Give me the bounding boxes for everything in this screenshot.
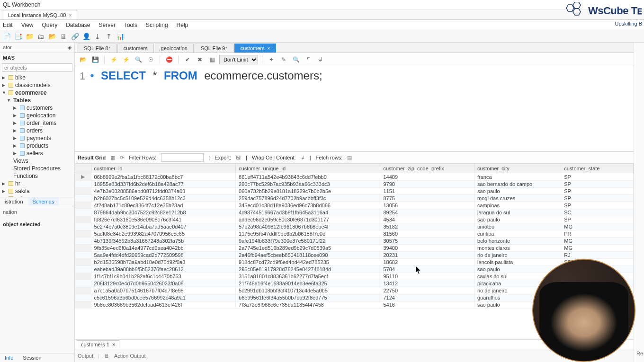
cell[interactable]: 39400 — [380, 245, 474, 252]
schema-node[interactable]: Views — [0, 157, 74, 165]
explain-icon[interactable]: 🔍 — [133, 54, 143, 65]
cell[interactable]: c5c61596a3b6bd0cee5766992c48a9a1 — [91, 294, 235, 301]
table-row[interactable]: 4e7b3e00288586ebd08712fdd0374a03060e732b… — [75, 188, 634, 195]
cell[interactable]: 5704 — [380, 266, 474, 273]
cell[interactable]: SP — [561, 195, 634, 202]
cell[interactable]: 20231 — [380, 252, 474, 259]
schema-node[interactable]: ▶sellers — [0, 150, 74, 157]
result-grid-icon[interactable]: ▦ — [110, 155, 115, 161]
schema-node[interactable]: ▶customers — [0, 104, 74, 112]
tree-arrow-icon[interactable]: ▼ — [2, 90, 7, 95]
table-row[interactable]: 18955e83d337fd6b2def6b18a428ac77290c77bc… — [75, 181, 634, 188]
cell[interactable]: 060e732b5b29e8181a18229c7b0b2b5e — [236, 188, 380, 195]
cell[interactable]: 7124 — [380, 294, 474, 301]
row-header[interactable]: ▶ — [75, 173, 91, 181]
detach-icon[interactable]: ◈ — [68, 44, 72, 51]
open-model-icon[interactable]: 📁 — [25, 32, 34, 41]
tree-arrow-icon[interactable]: ▶ — [2, 181, 7, 186]
cell[interactable]: 5adf08e34b2e993982a47070956c5c65 — [91, 230, 235, 238]
execute-current-icon[interactable]: ⚡ — [121, 54, 131, 65]
cell[interactable]: 5e274e7a0c3809e14aba7ad5aae0d407 — [91, 223, 235, 230]
menu-edit[interactable]: Edit — [3, 22, 13, 28]
row-header[interactable] — [75, 181, 91, 188]
open-sql-icon[interactable]: 📂 — [47, 32, 57, 41]
schema-node[interactable]: ▶bike — [0, 74, 74, 81]
cell[interactable]: 4534 — [380, 216, 474, 223]
cell[interactable]: 7f3a72e8f988c6e735ba11854f47458 — [236, 301, 380, 309]
cell[interactable]: campinas — [474, 202, 561, 209]
cell[interactable]: SP — [561, 173, 634, 181]
schema-node[interactable]: ▶order_items — [0, 119, 74, 127]
cell[interactable]: 9790 — [380, 181, 474, 188]
menu-view[interactable]: View — [21, 22, 34, 28]
row-header[interactable] — [75, 209, 91, 216]
menu-tools[interactable]: Tools — [124, 22, 137, 28]
table-row[interactable]: 5adf08e34b2e993982a47070956c5c651175e95f… — [75, 230, 634, 238]
row-header[interactable] — [75, 188, 91, 195]
cell[interactable]: PR — [561, 230, 634, 238]
tree-arrow-icon[interactable]: ▶ — [2, 189, 7, 194]
cell[interactable]: 3151a81801c8836361b62277d7fa5ecf — [236, 273, 380, 280]
tab-schemas[interactable]: Schemas — [28, 197, 59, 206]
cell[interactable]: 30575 — [380, 238, 474, 245]
row-header[interactable] — [75, 301, 91, 309]
cell[interactable]: 9fb35e4ed6f0a14a4977cd9aea4042bb — [91, 245, 235, 252]
output-dropdown[interactable]: Action Output — [114, 353, 146, 359]
tab-object-info[interactable]: Info — [0, 353, 18, 362]
cell[interactable]: 57b2a98a409812fe9618067b6b8ebe4f — [236, 223, 380, 230]
new-query-tab-icon[interactable]: 📑 — [13, 32, 23, 41]
cell[interactable]: 13056 — [380, 202, 474, 209]
cell[interactable]: 295c05e81917928d76245e842748184d — [236, 266, 380, 273]
sql-editor[interactable]: 1• SELECT * FROM ecommerce.customers; — [75, 66, 634, 151]
editor-tab[interactable]: SQL File 9* — [195, 44, 233, 53]
table-row[interactable]: ▶06b8999e2fba1a1fbc88172c00ba8bc7861eff4… — [75, 173, 634, 181]
row-header[interactable] — [75, 294, 91, 301]
cell[interactable]: 206f3129c0e4d7d0b9550426023f0a08 — [91, 280, 235, 287]
cell[interactable]: rio de janeiro — [474, 252, 561, 259]
wrap-cell-icon[interactable]: ↲ — [301, 155, 305, 161]
cell[interactable]: 879864dab9bc3047522c92c82e1212b8 — [91, 209, 235, 216]
row-header[interactable] — [75, 238, 91, 245]
cell[interactable]: 18682 — [380, 259, 474, 266]
row-limit-select[interactable]: Don't Limit — [219, 55, 258, 64]
client-connections-icon[interactable]: 🔗 — [70, 32, 80, 41]
cell[interactable]: a7c1a5a0a07b75146167b7f04a7f8e98 — [91, 287, 235, 294]
wrap-icon[interactable]: ↲ — [315, 54, 326, 65]
row-header[interactable] — [75, 259, 91, 266]
cell[interactable]: sao paulo — [474, 216, 561, 223]
tree-arrow-icon[interactable]: ▶ — [2, 75, 7, 80]
cell[interactable]: eabebad39a88bb6f5b52376faec28612 — [91, 266, 235, 273]
new-sql-tab-icon[interactable]: 📄 — [2, 32, 11, 41]
table-row[interactable]: 9fb35e4ed6f0a14a4977cd9aea4042bb2a7745e1… — [75, 245, 634, 252]
table-row[interactable]: 5e274e7a0c3809e14aba7ad5aae0d40757b2a98a… — [75, 223, 634, 230]
tree-arrow-icon[interactable]: ▶ — [13, 128, 18, 133]
fetch-rows-icon[interactable]: ▤ — [347, 155, 352, 161]
row-header[interactable] — [75, 273, 91, 280]
cell[interactable]: sao paulo — [474, 188, 561, 195]
cell[interactable]: belo horizonte — [474, 238, 561, 245]
cell[interactable]: 89254 — [380, 209, 474, 216]
cell[interactable]: SP — [561, 202, 634, 209]
rollback-icon[interactable]: ✖ — [195, 54, 205, 65]
save-script-icon[interactable]: 💾 — [90, 54, 100, 65]
server-status-icon[interactable]: 🖥 — [59, 32, 68, 41]
execute-icon[interactable]: ⚡ — [108, 54, 119, 65]
table-row[interactable]: 4f2d8ab171c80ec8364f7c12e35b23ad345ecd01… — [75, 202, 634, 209]
cell[interactable]: 13412 — [380, 280, 474, 287]
explain-plan-icon[interactable]: ☉ — [145, 54, 156, 65]
inspector-icon[interactable]: 🗂 — [36, 32, 45, 41]
toggle-invisible-icon[interactable]: ¶ — [303, 54, 313, 65]
schema-node[interactable]: ▶payments — [0, 134, 74, 142]
cell[interactable]: MG — [561, 223, 634, 230]
cell[interactable]: 1151 — [380, 188, 474, 195]
schema-node[interactable]: ▶classicmodels — [0, 81, 74, 89]
cell[interactable]: 81560 — [380, 230, 474, 238]
menu-scripting[interactable]: Scripting — [146, 22, 168, 28]
cell[interactable]: sao paulo — [474, 266, 561, 273]
cell[interactable]: 9afe194fb833f79e300e37e580171f22 — [236, 238, 380, 245]
row-header[interactable] — [75, 266, 91, 273]
beautify-icon[interactable]: ✦ — [266, 54, 277, 65]
close-icon[interactable]: × — [112, 342, 115, 347]
col-customer-unique-id[interactable]: customer_unique_id — [236, 164, 380, 173]
cell[interactable]: 5c2991dbd08bbf3cf410713c4de5a0b5 — [236, 287, 380, 294]
